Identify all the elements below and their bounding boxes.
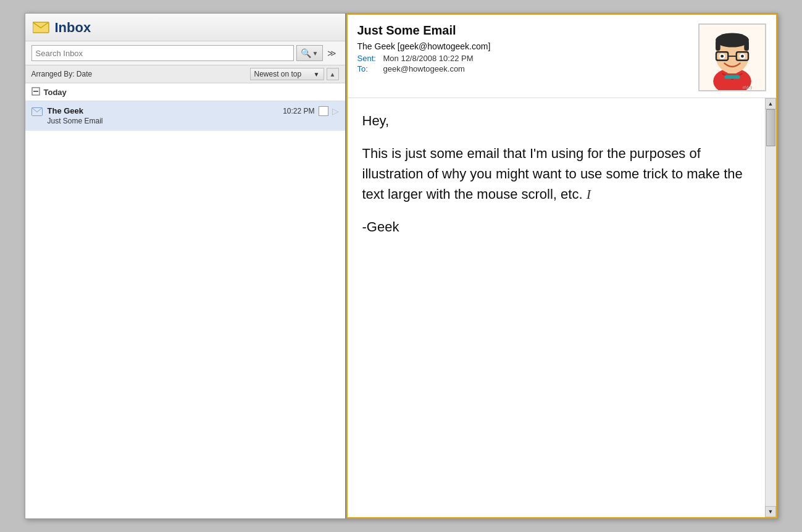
arrange-sort-dropdown[interactable]: Newest on top ▼ (250, 68, 324, 80)
scroll-thumb[interactable] (766, 109, 775, 146)
email-subject: Just Some Email (357, 23, 698, 38)
email-to-row: To: geek@howtogeek.com (357, 64, 698, 73)
scroll-arrow-down[interactable]: ▼ (765, 506, 776, 517)
email-header: Just Some Email The Geek [geek@howtogeek… (348, 15, 776, 98)
svg-rect-9 (716, 40, 721, 51)
email-body-para-1: Hey, (362, 110, 750, 131)
search-input[interactable] (31, 45, 294, 61)
collapse-icon (31, 87, 40, 97)
to-label: To: (357, 64, 380, 73)
search-bar: 🔍 ▼ ≫ (25, 41, 345, 65)
email-envelope-icon (31, 106, 43, 118)
date-group-label: Today (44, 88, 67, 97)
email-from: The Geek [geek@howtogeek.com] (357, 41, 698, 51)
email-body-para-3: -Geek (362, 217, 750, 237)
inbox-header: Inbox (25, 14, 345, 41)
search-button[interactable]: 🔍 ▼ (296, 45, 323, 61)
expand-icon: ≫ (327, 48, 336, 58)
message-content: The Geek Just Some Email (48, 106, 278, 125)
message-list: Today The Geek Just Some Email 10:22 PM (25, 83, 345, 518)
arrange-sort-arrow-icon: ▼ (314, 71, 320, 78)
inbox-title: Inbox (55, 20, 91, 36)
svg-point-16 (721, 55, 724, 58)
svg-text:eMoji: eMoji (742, 85, 753, 90)
email-body-container: Hey, This is just some email that I'm us… (348, 98, 776, 517)
message-subject: Just Some Email (48, 117, 278, 125)
search-dropdown-arrow-icon: ▼ (312, 50, 319, 57)
email-header-info: Just Some Email The Geek [geek@howtogeek… (357, 23, 698, 75)
flag-icon[interactable]: ▷ (332, 106, 339, 116)
arrange-bar: Arranged By: Date Newest on top ▼ ▲ (25, 65, 345, 83)
date-group-today[interactable]: Today (25, 83, 345, 101)
right-pane: Just Some Email The Geek [geek@howtogeek… (346, 14, 777, 518)
scroll-track[interactable] (766, 109, 776, 506)
svg-rect-10 (744, 40, 749, 51)
arrange-label: Arranged By: Date (31, 70, 250, 78)
inbox-folder-icon (33, 20, 50, 36)
sent-label: Sent: (357, 54, 380, 63)
left-pane: Inbox 🔍 ▼ ≫ Arranged By: Date Newest on … (25, 14, 346, 518)
list-item[interactable]: The Geek Just Some Email 10:22 PM ▷ (25, 101, 345, 131)
avatar: eMoji (698, 23, 766, 91)
email-body[interactable]: Hey, This is just some email that I'm us… (348, 98, 765, 517)
message-time: 10:22 PM (283, 107, 314, 115)
sent-value: Mon 12/8/2008 10:22 PM (383, 54, 474, 63)
scrollbar[interactable]: ▲ ▼ (765, 98, 776, 517)
text-cursor-icon: I (587, 184, 591, 204)
svg-point-8 (716, 33, 749, 47)
scroll-arrow-up[interactable]: ▲ (765, 98, 776, 109)
to-value: geek@howtogeek.com (383, 64, 465, 73)
scroll-up-button[interactable]: ▲ (327, 68, 339, 80)
message-checkbox[interactable] (319, 106, 328, 116)
svg-rect-18 (724, 75, 740, 79)
message-sender: The Geek (48, 106, 278, 115)
message-meta: 10:22 PM ▷ (283, 106, 338, 116)
search-icon: 🔍 (301, 48, 311, 58)
email-body-para-2: This is just some email that I'm using f… (362, 143, 750, 204)
scroll-up-icon: ▲ (330, 71, 336, 78)
svg-point-17 (740, 55, 743, 58)
arrange-sort-value: Newest on top (254, 70, 302, 78)
email-sent-row: Sent: Mon 12/8/2008 10:22 PM (357, 54, 698, 63)
expand-button[interactable]: ≫ (325, 46, 339, 60)
